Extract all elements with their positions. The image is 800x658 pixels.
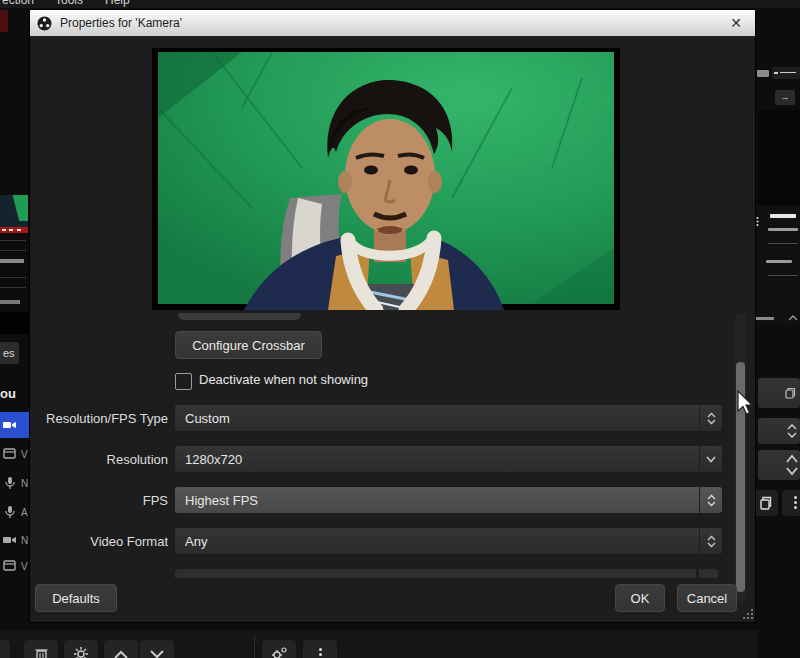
background-badge [757, 70, 769, 77]
chevron-down-icon[interactable] [699, 446, 722, 472]
mouse-cursor [736, 390, 758, 416]
panel-text-line [752, 317, 774, 320]
source-label-fragment: A [21, 507, 28, 518]
source-row[interactable]: V [0, 553, 30, 579]
field-label: Video Format [30, 534, 168, 549]
tiny-text-line [0, 259, 24, 263]
menu-item-tools[interactable]: Tools [55, 0, 83, 7]
configure-crossbar-button[interactable]: Configure Crossbar [175, 331, 322, 359]
panel-text-line [766, 260, 792, 263]
tiny-text-line [0, 300, 20, 304]
chevron-up-icon [114, 650, 128, 658]
clipped-button-edge[interactable] [178, 313, 301, 320]
source-row[interactable]: N [0, 527, 30, 553]
arrow-button[interactable]: → [775, 90, 795, 105]
properties-dialog: Properties for 'Kamera' ✕ [30, 10, 755, 622]
background-black-block [0, 312, 30, 334]
dropdown-value: Any [175, 534, 699, 549]
source-label-fragment: V [21, 449, 28, 460]
mic-icon [3, 477, 17, 490]
trash-icon [35, 647, 48, 658]
defaults-button[interactable]: Defaults [35, 584, 117, 612]
mini-greenscreen [6, 195, 28, 221]
close-button[interactable]: ✕ [725, 10, 747, 36]
chevron-updown-icon[interactable] [699, 405, 722, 431]
deactivate-checkbox[interactable] [175, 373, 192, 390]
camera-icon [3, 419, 17, 431]
resolution-fps-type-dropdown[interactable]: Custom [175, 405, 722, 431]
chevron-down-icon [150, 650, 164, 658]
panel-tab-partial[interactable]: es [0, 342, 19, 364]
panel-text-line [768, 228, 798, 231]
fps-dropdown[interactable]: Highest FPS [175, 487, 722, 513]
clipped-dropdown-divider [696, 569, 699, 578]
menu-item-partial[interactable]: ection [2, 0, 34, 7]
divider [0, 287, 26, 288]
dialog-scrollbar[interactable] [735, 313, 746, 603]
resize-grip[interactable] [742, 608, 754, 620]
copy-icon [785, 387, 796, 399]
panel-divider [768, 243, 798, 244]
source-label-fragment: N [21, 535, 28, 546]
obs-app: ection Tools Help es ou V N A N V [0, 0, 800, 658]
menu-item-help[interactable]: Help [105, 0, 130, 7]
deactivate-checkbox-label[interactable]: Deactivate when not showing [199, 372, 368, 387]
chevron-up-icon[interactable] [788, 314, 798, 321]
cancel-button[interactable]: Cancel [677, 584, 737, 612]
dialog-title: Properties for 'Kamera' [60, 16, 182, 30]
video-format-dropdown[interactable]: Any [175, 528, 722, 554]
background-stepper[interactable] [758, 450, 800, 480]
kebab-icon [319, 646, 322, 658]
background-kebab-button[interactable] [782, 490, 800, 516]
background-copy-button[interactable] [754, 490, 778, 516]
divider [0, 277, 26, 278]
gears-icon [272, 647, 287, 658]
dialog-titlebar[interactable]: Properties for 'Kamera' ✕ [30, 10, 755, 36]
chevron-updown-icon[interactable] [699, 528, 722, 554]
clipped-dropdown-edge[interactable] [175, 569, 718, 578]
camera-preview [152, 48, 620, 310]
panel-divider [768, 275, 798, 276]
camera-icon [3, 534, 17, 546]
camera-feed [152, 48, 620, 310]
source-row[interactable]: V [0, 441, 30, 467]
background-dropdown[interactable] [758, 418, 800, 444]
divider [0, 240, 26, 241]
source-row[interactable]: N [0, 470, 30, 496]
record-label-bar [0, 227, 28, 233]
kebab-icon [782, 490, 800, 509]
move-source-up-button[interactable] [104, 640, 138, 658]
background-button[interactable] [758, 378, 800, 408]
ok-button[interactable]: OK [615, 584, 665, 612]
chevron-updown-icon [786, 454, 798, 476]
source-row[interactable]: A [0, 499, 30, 525]
source-properties-button[interactable] [64, 640, 98, 658]
add-source-button[interactable] [0, 640, 10, 658]
panel-title-line [770, 214, 796, 218]
copy-icon [760, 496, 772, 510]
mini-camera-preview [0, 195, 28, 227]
source-row-selected[interactable] [0, 412, 30, 438]
field-label: Resolution/FPS Type [30, 411, 168, 426]
window-icon [3, 448, 17, 460]
gear-icon [74, 647, 88, 658]
mixer-settings-button[interactable] [262, 640, 296, 658]
sources-toolbar [0, 630, 758, 658]
chevron-updown-icon[interactable] [699, 487, 722, 513]
background-display-area [758, 110, 800, 205]
mixer-menu-button[interactable] [303, 640, 337, 658]
obs-logo-icon [37, 16, 52, 31]
mic-icon [3, 506, 17, 519]
chevron-updown-icon [787, 424, 797, 438]
source-label-fragment: N [21, 478, 28, 489]
dropdown-value: Highest FPS [175, 493, 699, 508]
resolution-dropdown[interactable]: 1280x720 [175, 446, 722, 472]
kebab-icon[interactable] [756, 216, 758, 228]
background-tiny-text [772, 67, 800, 79]
divider [0, 250, 26, 251]
menu-bar: ection Tools Help [0, 0, 800, 8]
field-label: FPS [30, 493, 168, 508]
dropdown-value: Custom [175, 411, 699, 426]
remove-source-button[interactable] [24, 640, 58, 658]
move-source-down-button[interactable] [140, 640, 174, 658]
